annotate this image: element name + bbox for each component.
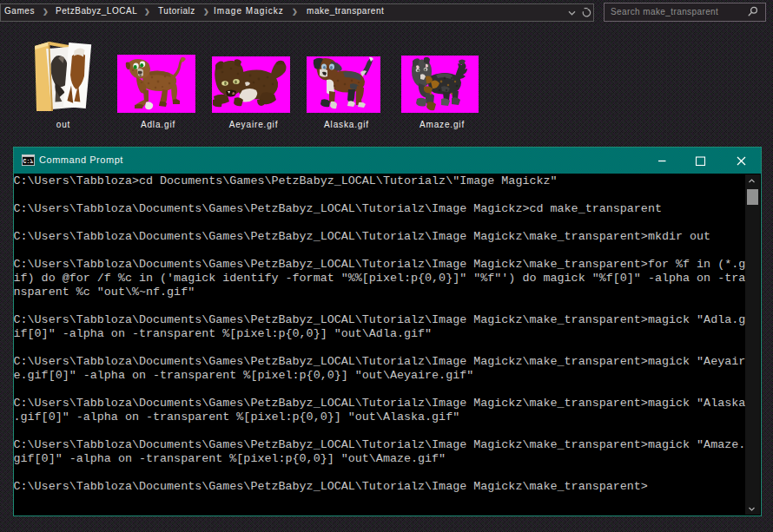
svg-text:C:\: C:\ [23,159,34,165]
